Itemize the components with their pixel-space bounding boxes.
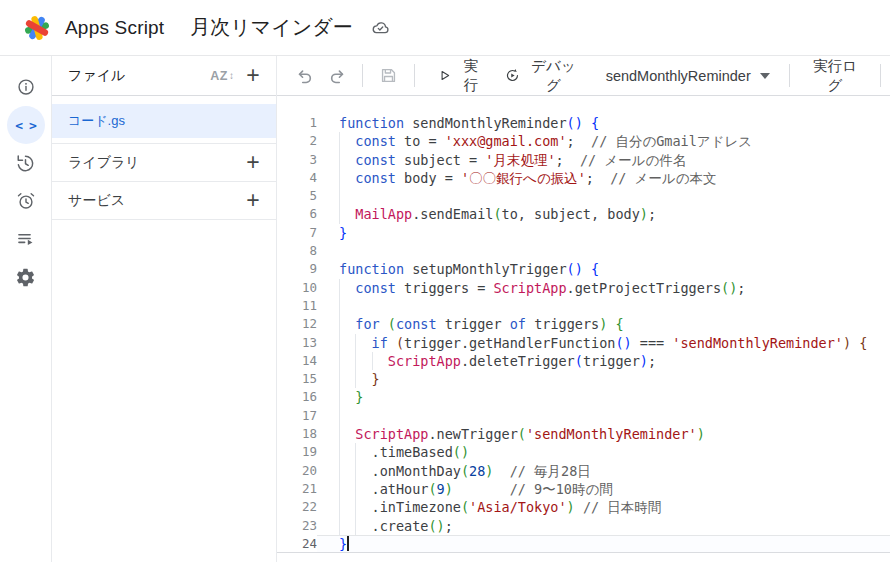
line-number[interactable]: 5 [277,187,317,205]
debug-icon [505,67,520,84]
code-line[interactable]: 3 const subject = '月末処理'; // メールの件名 [277,151,890,169]
code-line[interactable]: 17 [277,407,890,425]
line-number[interactable]: 4 [277,169,317,187]
undo-icon [296,67,314,85]
code-line[interactable]: 23 .create(); [277,517,890,535]
code-line[interactable]: 21 .atHour(9) // 9〜10時の間 [277,480,890,498]
line-number[interactable]: 14 [277,352,317,370]
indent-guide [355,370,356,388]
code-icon [15,118,35,133]
line-number[interactable]: 13 [277,334,317,352]
app-header: Apps Script 月次リマインダー [0,0,890,56]
code-line[interactable]: 7} [277,224,890,242]
file-list: コード.gs [52,96,276,144]
code-line[interactable]: 4 const body = '〇〇銀行への振込'; // メールの本文 [277,169,890,187]
sidebar-item-settings[interactable] [7,258,45,296]
line-number[interactable]: 20 [277,462,317,480]
code-line[interactable]: 14 ScriptApp.deleteTrigger(trigger); [277,352,890,370]
code-editor[interactable]: 1function sendMonthlyReminder() {2 const… [277,96,890,553]
code-line[interactable]: 19 .timeBased() [277,443,890,461]
line-number[interactable]: 3 [277,151,317,169]
code-line[interactable]: 11 [277,297,890,315]
libraries-section: ライブラリ [52,144,276,182]
code-line[interactable]: 9function setupMonthlyTrigger() { [277,260,890,278]
gear-icon [15,267,36,288]
line-number[interactable]: 19 [277,443,317,461]
cloud-done-icon [371,18,390,37]
indent-guide [355,334,356,352]
sidebar-item-project-history[interactable] [7,144,45,182]
line-number[interactable]: 1 [277,114,317,132]
code-line[interactable]: 20 .onMonthDay(28) // 毎月28日 [277,462,890,480]
redo-button[interactable] [321,63,353,89]
indent-guide [339,425,340,443]
sidebar-item-editor[interactable] [7,106,45,144]
code-line[interactable]: 12 for (const trigger of triggers) { [277,315,890,333]
sidebar-item-overview[interactable] [7,68,45,106]
indent-guide [355,443,356,461]
code-line[interactable]: 10 const triggers = ScriptApp.getProject… [277,279,890,297]
app-name[interactable]: Apps Script [65,17,164,39]
code-line[interactable]: 5 [277,187,890,205]
files-panel-title: ファイル [68,67,125,85]
line-number[interactable]: 17 [277,407,317,425]
run-label: 実行 [458,57,483,95]
add-library-button[interactable] [240,150,266,176]
indent-guide [339,151,340,169]
apps-script-logo[interactable] [20,11,54,45]
indent-guide [339,388,340,406]
line-number[interactable]: 9 [277,260,317,278]
debug-button[interactable]: デバッグ [499,53,585,99]
code-line[interactable]: 16 } [277,388,890,406]
files-panel: ファイル コード.gs ライブラリ サービス [52,56,277,562]
save-button[interactable] [372,62,405,89]
indent-guide [339,407,340,425]
toolbar-divider [789,64,790,87]
line-number[interactable]: 10 [277,279,317,297]
code-line[interactable]: 2 const to = 'xxx@gmail.com'; // 自分のGmai… [277,132,890,150]
undo-button[interactable] [289,63,321,89]
add-file-button[interactable] [240,63,266,89]
line-number[interactable]: 11 [277,297,317,315]
services-section: サービス [52,182,276,220]
project-title[interactable]: 月次リマインダー [190,14,352,41]
line-number[interactable]: 6 [277,205,317,223]
sort-az-icon[interactable] [210,69,234,83]
history-icon [15,153,36,174]
line-number[interactable]: 24 [277,535,317,553]
indent-guide [355,498,356,516]
plus-icon [246,189,259,212]
plus-icon [246,151,259,174]
sidebar-item-executions[interactable] [7,220,45,258]
line-number[interactable]: 15 [277,370,317,388]
line-number[interactable]: 18 [277,425,317,443]
code-line[interactable]: 18 ScriptApp.newTrigger('sendMonthlyRemi… [277,425,890,443]
line-number[interactable]: 2 [277,132,317,150]
line-number[interactable]: 21 [277,480,317,498]
add-service-button[interactable] [240,188,266,214]
line-number[interactable]: 8 [277,242,317,260]
files-panel-header: ファイル [52,56,276,96]
execution-log-button[interactable]: 実行ログ [803,53,867,99]
code-line[interactable]: 15 } [277,370,890,388]
toolbar-divider [362,64,363,87]
text-cursor [347,536,349,551]
code-lines: 1function sendMonthlyReminder() {2 const… [277,114,890,553]
run-button[interactable]: 実行 [432,53,489,99]
line-number[interactable]: 22 [277,498,317,516]
sidebar-item-triggers[interactable] [7,182,45,220]
plus-icon [246,64,259,87]
code-line[interactable]: 22 .inTimezone('Asia/Tokyo') // 日本時間 [277,498,890,516]
line-number[interactable]: 23 [277,517,317,535]
file-item-code-gs[interactable]: コード.gs [52,104,276,138]
code-line[interactable]: 13 if (trigger.getHandlerFunction() === … [277,334,890,352]
line-number[interactable]: 7 [277,224,317,242]
code-line[interactable]: 6 MailApp.sendEmail(to, subject, body); [277,205,890,223]
function-selector[interactable]: sendMonthlyReminder [600,64,776,88]
code-line[interactable]: 1function sendMonthlyReminder() { [277,114,890,132]
indent-guide [355,462,356,480]
line-number[interactable]: 16 [277,388,317,406]
code-line[interactable]: 24} [277,535,890,553]
code-line[interactable]: 8 [277,242,890,260]
line-number[interactable]: 12 [277,315,317,333]
